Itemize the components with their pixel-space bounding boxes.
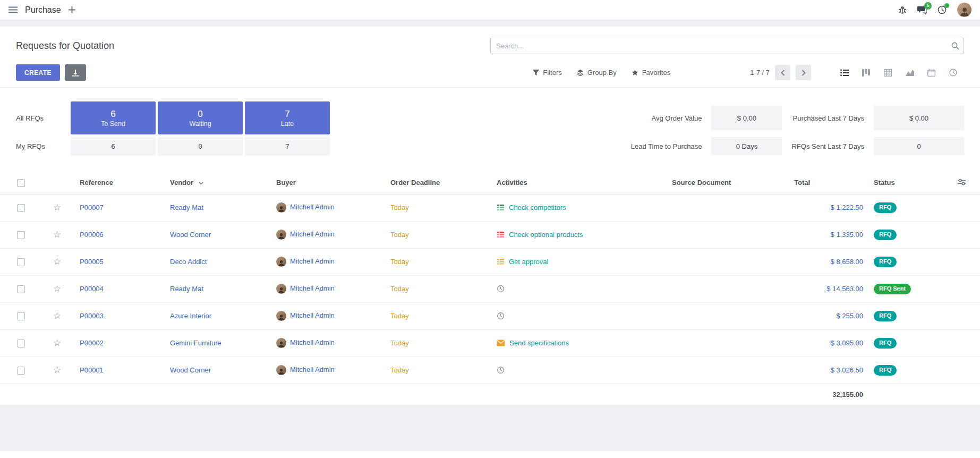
vendor-link[interactable]: Wood Corner — [170, 231, 211, 239]
reference-link[interactable]: P00002 — [80, 339, 104, 347]
table-row[interactable]: ☆ P00006 Wood Corner Mitchell Admin Toda… — [0, 221, 980, 248]
activity-label[interactable]: Get approval — [509, 258, 548, 266]
my-waiting-count[interactable]: 0 — [158, 137, 243, 156]
table-row[interactable]: ☆ P00001 Wood Corner Mitchell Admin Toda… — [0, 357, 980, 384]
buyer-link[interactable]: Mitchell Admin — [290, 284, 335, 292]
tile-to-send[interactable]: 6 To Send — [71, 101, 156, 134]
clock-activity-icon[interactable] — [497, 366, 505, 374]
row-checkbox[interactable] — [17, 231, 25, 239]
plus-icon[interactable] — [69, 6, 75, 13]
import-button[interactable] — [65, 64, 86, 81]
favorite-star-icon[interactable]: ☆ — [53, 311, 61, 321]
buyer-link[interactable]: Mitchell Admin — [290, 338, 335, 346]
row-checkbox[interactable] — [17, 285, 25, 293]
vendor-link[interactable]: Gemini Furniture — [170, 339, 221, 347]
activity-view-icon[interactable] — [942, 65, 964, 81]
optional-columns-icon[interactable] — [958, 179, 966, 185]
favorite-star-icon[interactable]: ☆ — [53, 284, 61, 294]
buyer-link[interactable]: Mitchell Admin — [290, 366, 335, 374]
buyer-link[interactable]: Mitchell Admin — [290, 230, 335, 238]
activities-clock-icon[interactable] — [938, 5, 947, 14]
reference-link[interactable]: P00001 — [80, 366, 104, 374]
table-row[interactable]: ☆ P00003 Azure Interior Mitchell Admin T… — [0, 302, 980, 329]
favorite-star-icon[interactable]: ☆ — [53, 338, 61, 348]
reference-link[interactable]: P00006 — [80, 231, 104, 239]
debug-bug-icon[interactable] — [898, 6, 907, 14]
reference-link[interactable]: P00005 — [80, 258, 104, 266]
menu-icon[interactable] — [8, 6, 18, 13]
favorite-star-icon[interactable]: ☆ — [53, 365, 61, 375]
reference-link[interactable]: P00003 — [80, 312, 104, 320]
app-name[interactable]: Purchase — [25, 5, 61, 15]
avg-order-value-label: Avg Order Value — [631, 114, 702, 122]
horizontal-scrollbar-track[interactable] — [0, 451, 980, 458]
list-view-icon[interactable] — [833, 65, 855, 81]
vendor-link[interactable]: Ready Mat — [170, 285, 203, 293]
kanban-view-icon[interactable] — [855, 65, 877, 81]
activity-label[interactable]: Check competitors — [509, 203, 566, 211]
list-activity-icon[interactable] — [497, 258, 505, 266]
row-end-cell — [943, 221, 980, 248]
user-avatar[interactable] — [957, 3, 972, 17]
activities-column-header[interactable]: Activities — [497, 179, 527, 186]
vendor-link[interactable]: Azure Interior — [170, 312, 211, 320]
total-cell: $ 1,222.50 — [789, 194, 868, 221]
vendor-link[interactable]: Wood Corner — [170, 366, 211, 374]
clock-activity-icon[interactable] — [497, 285, 505, 293]
vendor-column-header[interactable]: Vendor — [170, 179, 193, 186]
favorite-star-icon[interactable]: ☆ — [53, 230, 61, 240]
activity-label[interactable]: Check optional products — [509, 231, 583, 239]
table-row[interactable]: ☆ P00007 Ready Mat Mitchell Admin Today … — [0, 194, 980, 221]
total-cell: $ 255.00 — [789, 302, 868, 329]
source-document-column-header[interactable]: Source Document — [672, 179, 731, 186]
sort-caret-icon[interactable] — [199, 182, 203, 185]
reference-column-header[interactable]: Reference — [80, 179, 113, 186]
table-row[interactable]: ☆ P00002 Gemini Furniture Mitchell Admin… — [0, 329, 980, 357]
table-row[interactable]: ☆ P00005 Deco Addict Mitchell Admin Toda… — [0, 248, 980, 275]
list-activity-icon[interactable] — [497, 203, 505, 211]
reference-link[interactable]: P00004 — [80, 285, 104, 293]
search-input[interactable] — [490, 38, 964, 54]
row-checkbox[interactable] — [17, 312, 25, 320]
reference-link[interactable]: P00007 — [80, 203, 104, 211]
status-column-header[interactable]: Status — [874, 179, 895, 186]
buyer-column-header[interactable]: Buyer — [276, 179, 296, 186]
favorites-button[interactable]: Favorites — [632, 69, 670, 77]
my-to-send-count[interactable]: 6 — [71, 137, 156, 156]
buyer-link[interactable]: Mitchell Admin — [290, 203, 335, 211]
pager-previous-button[interactable] — [775, 65, 790, 80]
row-checkbox[interactable] — [17, 367, 25, 375]
search-icon[interactable] — [951, 42, 959, 50]
tile-waiting[interactable]: 0 Waiting — [158, 101, 243, 134]
group-by-button[interactable]: Group By — [577, 69, 617, 77]
order-deadline-cell: Today — [385, 302, 491, 329]
buyer-link[interactable]: Mitchell Admin — [290, 311, 335, 319]
select-all-checkbox[interactable] — [17, 179, 25, 187]
graph-view-icon[interactable] — [899, 65, 921, 81]
total-column-header[interactable]: Total — [794, 179, 810, 186]
row-checkbox[interactable] — [17, 258, 25, 266]
calendar-view-icon[interactable] — [921, 65, 942, 81]
late-count: 7 — [285, 108, 289, 120]
list-activity-icon[interactable] — [497, 231, 505, 239]
envelope-activity-icon[interactable] — [497, 340, 505, 346]
tile-late[interactable]: 7 Late — [245, 101, 330, 134]
row-checkbox[interactable] — [17, 204, 25, 212]
order-deadline-column-header[interactable]: Order Deadline — [390, 179, 440, 186]
vendor-link[interactable]: Ready Mat — [170, 203, 203, 211]
favorite-star-icon[interactable]: ☆ — [53, 257, 61, 267]
filters-button[interactable]: Filters — [533, 69, 561, 77]
pager-next-button[interactable] — [796, 65, 811, 80]
clock-activity-icon[interactable] — [497, 312, 505, 320]
my-late-count[interactable]: 7 — [245, 137, 330, 156]
messages-icon[interactable]: 5 — [917, 6, 927, 14]
pivot-view-icon[interactable] — [877, 65, 899, 81]
create-button[interactable]: CREATE — [16, 64, 60, 81]
favorite-star-icon[interactable]: ☆ — [53, 202, 61, 213]
row-checkbox[interactable] — [17, 340, 25, 347]
table-header-row: Reference Vendor Buyer Order Deadline Ac… — [0, 172, 980, 194]
vendor-link[interactable]: Deco Addict — [170, 258, 207, 266]
table-row[interactable]: ☆ P00004 Ready Mat Mitchell Admin Today … — [0, 275, 980, 302]
buyer-link[interactable]: Mitchell Admin — [290, 257, 335, 265]
activity-label[interactable]: Send specifications — [509, 339, 569, 347]
